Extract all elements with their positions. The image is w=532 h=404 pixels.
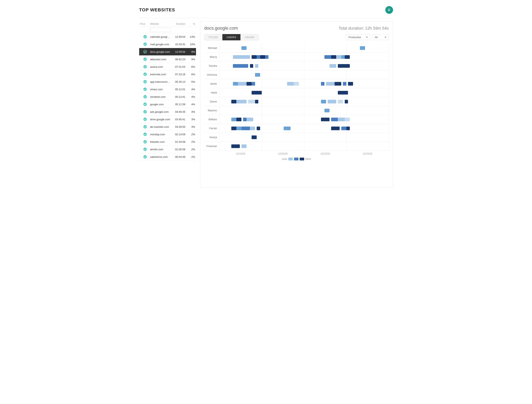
table-row[interactable]: app.intercomm.com 05:35:13 5% <box>139 78 196 86</box>
all-filter[interactable]: All Top 10 Top 5 <box>372 34 389 40</box>
gantt-bars-container <box>219 142 389 151</box>
productive-icon <box>140 57 150 61</box>
svg-point-15 <box>143 88 147 91</box>
website-name: zendesk.com <box>150 95 171 98</box>
table-row[interactable]: ads.google.com 04:49:35 3% <box>139 108 196 116</box>
legend: Less More <box>204 158 389 160</box>
svg-point-9 <box>143 65 147 68</box>
gantt-bars-container <box>219 106 389 115</box>
tab-usage[interactable]: USAGE <box>240 34 259 40</box>
table-row[interactable]: ab-marketo.com 03:28:50 3% <box>139 123 196 131</box>
table-row[interactable]: atlassian.com 08:52:23 9% <box>139 56 196 63</box>
percent-value: 13% <box>187 35 195 38</box>
gantt-bars-container <box>219 52 389 61</box>
gantt-user-label: Daron <box>204 100 219 103</box>
total-duration: Total duration: 12h 59m 54s <box>339 26 389 31</box>
x-label-2: 12/20/20 <box>262 152 304 155</box>
svg-point-27 <box>143 133 147 136</box>
gantt-user-label: Maximo <box>204 109 219 112</box>
gantt-row: William <box>204 115 389 124</box>
table-row[interactable]: ahrefs.com 01:05:58 2% <box>139 146 196 153</box>
productive-icon <box>140 42 150 46</box>
productive-icon <box>140 35 150 38</box>
filters: Productive All Unproductive All Top 10 T… <box>346 34 389 40</box>
gantt-bar <box>360 46 365 50</box>
svg-point-33 <box>143 155 147 158</box>
productive-filter[interactable]: Productive All Unproductive <box>346 34 370 40</box>
gantt-row: Farrah <box>204 124 389 133</box>
percent-value: 3% <box>187 125 195 128</box>
website-name: linkedin.com <box>150 140 171 143</box>
duration-value: 07:10:16 <box>171 73 187 76</box>
gantt-bars-container <box>219 44 389 52</box>
legend-more-label: More <box>305 158 311 160</box>
avatar[interactable]: U <box>385 6 393 14</box>
website-name: drive.google.com <box>150 118 171 121</box>
gantt-x-axis: 12/18/20 12/20/20 12/22/20 12/24/20 <box>219 152 389 155</box>
gantt-bar <box>233 82 238 86</box>
tab-titles[interactable]: TITLES <box>204 34 222 40</box>
table-row[interactable]: zendesk.com 05:13:41 4% <box>139 93 196 101</box>
gantt-row: Kenya <box>204 133 389 142</box>
gantt-bar <box>231 118 236 121</box>
gantt-bar <box>294 82 299 86</box>
table-row[interactable]: evernote.com 07:10:16 6% <box>139 70 196 78</box>
duration-value: 05:11:59 <box>171 103 187 106</box>
table-row[interactable]: docs.google.com 12:59:54 9% <box>139 48 196 56</box>
gantt-row: Hank <box>204 88 389 97</box>
gantt-user-label: Victorina <box>204 73 219 76</box>
col-prod: Prod <box>140 23 150 25</box>
gantt-user-label: Kenya <box>204 136 219 139</box>
gantt-grid: MichaelMarcyTamikaVictorinaJavierHankDar… <box>204 44 389 151</box>
percent-value: 6% <box>187 73 195 76</box>
table-row[interactable]: asana.com 07:31:03 6% <box>139 63 196 70</box>
duration-value: 02:14:09 <box>171 133 187 136</box>
productive-icon <box>140 117 150 121</box>
x-label-1: 12/18/20 <box>219 152 262 155</box>
gantt-bar <box>341 126 346 130</box>
gantt-user-label: Freeman <box>204 145 219 148</box>
col-duration: Duration <box>171 23 187 25</box>
gantt-bar <box>252 55 257 59</box>
table-row[interactable]: google.com 05:11:59 4% <box>139 101 196 108</box>
productive-icon <box>140 87 150 91</box>
table-row[interactable]: salesforce.com 00:54:49 2% <box>139 153 196 161</box>
tab-users[interactable]: USERS <box>222 34 240 40</box>
table-row[interactable]: monday.com 02:14:09 2% <box>139 131 196 138</box>
gantt-user-label: Marcy <box>204 55 219 58</box>
percent-value: 4% <box>187 103 195 106</box>
main-content: Prod Website Duration % calendar.google.… <box>139 21 393 188</box>
gantt-bar <box>345 100 348 103</box>
gantt-bar <box>255 64 258 68</box>
gantt-bar <box>257 126 260 130</box>
gantt-bar <box>321 100 326 103</box>
website-name: vimeo.com <box>150 88 171 91</box>
gantt-bars-container <box>219 97 389 106</box>
legend-less-label: Less <box>282 158 287 160</box>
percent-value: 2% <box>187 133 195 136</box>
website-name: docs.google.com <box>150 50 171 53</box>
gantt-bar <box>331 55 336 59</box>
gantt-bar <box>348 82 353 86</box>
website-search-input[interactable] <box>150 28 171 32</box>
table-row[interactable]: mail.google.com 10:33:41 10% <box>139 41 196 48</box>
gantt-bar <box>241 126 250 130</box>
table-row[interactable]: vimeo.com 05:12:01 4% <box>139 86 196 93</box>
productive-icon <box>140 155 150 159</box>
table-row[interactable]: drive.google.com 03:45:41 3% <box>139 116 196 123</box>
table-row[interactable]: calendar.google.com 12:59:54 13% <box>139 33 196 41</box>
productive-icon <box>140 125 150 129</box>
table-row[interactable]: linkedin.com 01:34:58 2% <box>139 138 196 146</box>
gantt-bar <box>231 144 240 148</box>
website-name: calendar.google.com <box>150 35 171 38</box>
duration-value: 08:52:23 <box>171 58 187 61</box>
page: TOP WEBSITES U Prod Website Duration % <box>133 0 399 202</box>
gantt-bar <box>324 55 331 59</box>
gantt-bar <box>321 118 329 121</box>
gantt-bars-container <box>219 70 389 79</box>
gantt-chart: MichaelMarcyTamikaVictorinaJavierHankDar… <box>204 44 389 160</box>
tabs-row: TITLES USERS USAGE Productive All Unprod… <box>204 34 389 40</box>
gantt-bars-container <box>219 115 389 124</box>
productive-icon <box>140 147 150 151</box>
svg-point-23 <box>143 118 147 121</box>
